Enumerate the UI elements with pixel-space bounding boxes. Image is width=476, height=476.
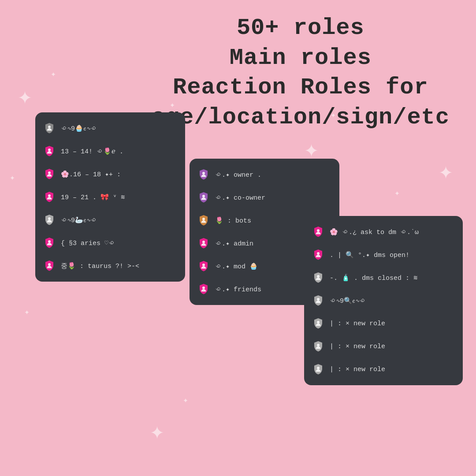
role-label: 🌸.16 – 18 ✦+ : <box>61 170 121 178</box>
role-label: ꩜.✦ owner . <box>215 171 261 179</box>
role-icon <box>311 294 325 308</box>
svg-point-3 <box>48 194 51 197</box>
role-icon <box>197 259 211 273</box>
sparkle-1 <box>18 82 32 112</box>
svg-point-2 <box>48 171 51 174</box>
role-label: ꩜∿9🔍ℯ∿꩜ <box>330 297 366 305</box>
role-row: 중🌷 : taurus ?! >-< <box>35 254 185 277</box>
role-icon <box>311 339 325 353</box>
header-line-2: Main roles <box>152 43 450 73</box>
header-line-1: 50+ roles <box>152 13 450 43</box>
sparkle-10 <box>150 416 164 446</box>
role-label: 19 – 21 . 🎀 ᵛ ≋ <box>61 193 125 201</box>
role-row: { §3 aries ♡꩜ <box>35 231 185 254</box>
svg-point-13 <box>317 229 320 232</box>
role-row: 13 – 14! ꩜🌷ℯ . <box>35 140 185 163</box>
role-label: | : × new role <box>330 366 385 373</box>
svg-point-8 <box>202 195 205 197</box>
svg-point-17 <box>317 321 320 324</box>
svg-point-14 <box>317 252 320 255</box>
role-icon <box>42 259 56 273</box>
role-icon <box>42 167 56 181</box>
sparkle-3 <box>10 172 15 183</box>
role-icon <box>197 167 211 182</box>
role-icon <box>42 236 56 250</box>
role-row: ꩜.✦ co-owner <box>190 186 339 209</box>
role-label: 🌸 ꩜.¿ ask to dm ꩜.˙ω <box>330 228 419 236</box>
sparkle-9 <box>24 306 30 317</box>
panel-right: 🌸 ꩜.¿ ask to dm ꩜.˙ω . | 🔍 °.✦ dms open!… <box>304 216 463 385</box>
svg-point-9 <box>202 218 205 220</box>
role-row: | : × new role <box>304 335 463 358</box>
role-icon <box>42 121 56 135</box>
sparkle-8 <box>439 156 453 186</box>
role-row: 🌸.16 – 18 ✦+ : <box>35 163 185 186</box>
role-label: { §3 aries ♡꩜ <box>61 239 115 247</box>
role-icon <box>42 144 56 158</box>
role-row: -. 🧴 . dms closed : ≋ <box>304 266 463 289</box>
role-icon <box>197 190 211 205</box>
role-row: ꩜∿9🔍ℯ∿꩜ <box>304 289 463 312</box>
role-label: | : × new role <box>330 343 385 350</box>
svg-point-18 <box>317 344 320 346</box>
role-icon <box>42 213 56 227</box>
svg-point-15 <box>317 275 320 278</box>
role-row: | : × new role <box>304 358 463 381</box>
svg-point-10 <box>202 241 205 243</box>
header-text: 50+ roles Main roles Reaction Roles for … <box>152 13 450 132</box>
role-icon <box>197 236 211 250</box>
svg-point-1 <box>48 149 51 151</box>
role-row: ꩜∿9🦢ℯ∿꩜ <box>35 208 185 231</box>
role-row: ꩜∿9🧁ℯ∿꩜ <box>35 117 185 140</box>
svg-point-12 <box>202 286 205 289</box>
role-label: 13 – 14! ꩜🌷ℯ . <box>61 147 123 156</box>
role-row: ꩜.✦ owner . <box>190 163 339 186</box>
role-row: . | 🔍 °.✦ dms open! <box>304 243 463 266</box>
role-icon <box>311 248 325 262</box>
role-icon <box>197 213 211 227</box>
svg-point-5 <box>48 240 51 243</box>
svg-point-7 <box>202 172 205 175</box>
role-row: 19 – 21 . 🎀 ᵛ ≋ <box>35 186 185 208</box>
svg-point-16 <box>317 298 320 301</box>
svg-point-11 <box>202 264 205 266</box>
role-row: | : × new role <box>304 312 463 335</box>
role-icon <box>42 190 56 204</box>
role-label: 중🌷 : taurus ?! >-< <box>61 262 139 270</box>
svg-point-6 <box>48 263 51 266</box>
sparkle-7 <box>394 187 400 198</box>
svg-point-19 <box>317 367 320 369</box>
role-label: ꩜.✦ friends <box>215 285 261 294</box>
role-icon <box>311 271 325 285</box>
panel-left: ꩜∿9🧁ℯ∿꩜ 13 – 14! ꩜🌷ℯ . 🌸.16 – 18 ✦+ : 19… <box>35 112 185 282</box>
role-label: | : × new role <box>330 320 385 327</box>
role-icon <box>311 362 325 376</box>
svg-point-4 <box>48 217 51 220</box>
role-icon <box>197 282 211 296</box>
sparkle-11 <box>183 394 188 405</box>
header-line-3: Reaction Roles for <box>152 73 450 103</box>
role-row: 🌸 ꩜.¿ ask to dm ꩜.˙ω <box>304 220 463 243</box>
role-label: ꩜.✦ admin <box>215 239 253 248</box>
role-label: ꩜∿9🧁ℯ∿꩜ <box>61 124 97 133</box>
role-label: 🌷 : bots <box>215 216 251 225</box>
role-icon <box>311 316 325 331</box>
sparkle-2 <box>51 68 56 79</box>
role-icon <box>311 225 325 239</box>
role-label: ꩜∿9🦢ℯ∿꩜ <box>61 216 97 224</box>
svg-point-0 <box>48 126 51 128</box>
role-label: ꩜.✦ co-owner <box>215 193 265 202</box>
role-label: -. 🧴 . dms closed : ≋ <box>330 274 417 282</box>
role-label: . | 🔍 °.✦ dms open! <box>330 251 409 259</box>
header-line-4: age/location/sign/etc <box>152 103 450 133</box>
role-label: ꩜.✦ mod 🧁 <box>215 262 258 271</box>
